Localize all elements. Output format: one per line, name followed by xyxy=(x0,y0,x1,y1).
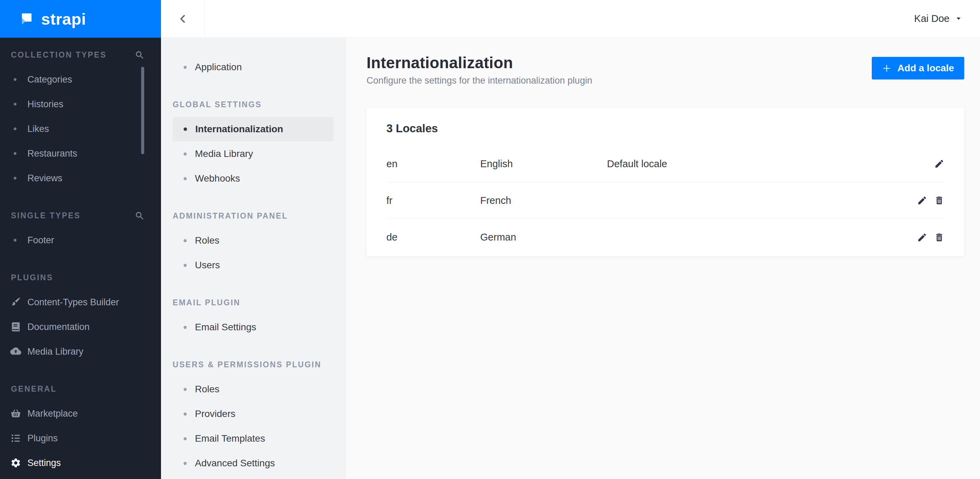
user-name: Kai Doe xyxy=(914,13,950,24)
pencil-icon xyxy=(917,195,927,205)
basket-icon xyxy=(10,408,21,419)
settings-section-email-plugin: EMAIL PLUGIN xyxy=(161,290,346,315)
locale-row-de: de German xyxy=(387,219,944,256)
back-button[interactable] xyxy=(161,0,205,37)
settings-nav-item-up-roles[interactable]: Roles xyxy=(161,377,346,401)
bullet-icon xyxy=(14,177,16,180)
bullet-icon xyxy=(184,437,187,440)
plus-icon xyxy=(882,64,891,73)
bullet-icon xyxy=(14,78,16,81)
edit-locale-button[interactable] xyxy=(934,159,944,169)
sidebar-item-media-library[interactable]: Media Library xyxy=(0,339,161,364)
strapi-logo-icon xyxy=(18,11,34,27)
settings-nav-item-admin-roles[interactable]: Roles xyxy=(161,228,346,253)
edit-locale-button[interactable] xyxy=(917,195,927,205)
sidebar-item-plugins[interactable]: Plugins xyxy=(0,426,161,450)
section-heading-single-types: SINGLE TYPES xyxy=(0,203,161,228)
locale-row-fr: fr French xyxy=(387,182,944,219)
main-sidebar: strapi COLLECTION TYPES Categories Histo… xyxy=(0,0,161,479)
paintbrush-icon xyxy=(10,297,21,308)
locale-row-actions xyxy=(913,159,944,169)
bullet-icon xyxy=(184,264,187,267)
default-locale-label: Default locale xyxy=(607,158,913,170)
sidebar-item-histories[interactable]: Histories xyxy=(0,92,161,116)
pencil-icon xyxy=(934,159,944,169)
locale-name: German xyxy=(480,232,607,243)
settings-section-administration-panel: ADMINISTRATION PANEL xyxy=(161,204,346,228)
caret-down-icon xyxy=(956,16,961,22)
sidebar-scrollbar-thumb[interactable] xyxy=(141,67,144,154)
locale-name: French xyxy=(480,195,607,206)
settings-nav-item-admin-users[interactable]: Users xyxy=(161,253,346,277)
edit-locale-button[interactable] xyxy=(917,232,927,243)
chevron-left-icon xyxy=(178,14,188,24)
delete-locale-button[interactable] xyxy=(934,195,944,205)
locale-row-en: en English Default locale xyxy=(387,146,944,182)
bullet-icon xyxy=(184,239,187,242)
list-icon xyxy=(10,433,21,444)
sidebar-item-reviews[interactable]: Reviews xyxy=(0,166,161,191)
gear-icon xyxy=(10,457,21,468)
settings-section-users-permissions-plugin: USERS & PERMISSIONS PLUGIN xyxy=(161,352,346,377)
bullet-icon xyxy=(184,153,187,156)
locales-card: 3 Locales en English Default locale fr F… xyxy=(366,108,964,256)
bullet-icon xyxy=(14,239,16,242)
top-header: Kai Doe xyxy=(161,0,980,38)
sidebar-item-likes[interactable]: Likes xyxy=(0,116,161,141)
settings-nav-item-advanced-settings[interactable]: Advanced Settings xyxy=(161,451,346,476)
locale-row-actions xyxy=(913,232,944,243)
locale-code: en xyxy=(387,158,480,170)
cloud-upload-icon xyxy=(10,346,21,357)
strapi-logo[interactable]: strapi xyxy=(0,0,161,38)
section-heading-plugins: PLUGINS xyxy=(0,265,161,290)
page-head: Internationalization Configure the setti… xyxy=(346,38,980,86)
bullet-icon xyxy=(184,127,187,131)
settings-nav-item-application[interactable]: Application xyxy=(161,55,346,80)
section-heading-collection-types: COLLECTION TYPES xyxy=(0,43,161,67)
trash-icon xyxy=(934,232,944,243)
sidebar-item-restaurants[interactable]: Restaurants xyxy=(0,141,161,166)
pencil-icon xyxy=(917,232,927,243)
bullet-icon xyxy=(184,326,187,329)
bullet-icon xyxy=(184,177,187,180)
settings-section-global-settings: GLOBAL SETTINGS xyxy=(161,92,346,117)
bullet-icon xyxy=(14,152,16,155)
bullet-icon xyxy=(14,127,16,130)
settings-nav-item-email-templates[interactable]: Email Templates xyxy=(161,426,346,451)
sidebar-item-content-types-builder[interactable]: Content-Types Builder xyxy=(0,290,161,315)
locales-card-heading: 3 Locales xyxy=(366,108,964,146)
settings-nav-item-providers[interactable]: Providers xyxy=(161,401,346,426)
settings-nav-item-email-settings[interactable]: Email Settings xyxy=(161,315,346,339)
book-icon xyxy=(10,321,21,333)
locale-code: de xyxy=(387,232,480,243)
locale-code: fr xyxy=(387,195,480,206)
bullet-icon xyxy=(184,412,187,415)
bullet-icon xyxy=(184,66,187,69)
add-locale-button[interactable]: Add a locale xyxy=(872,57,964,80)
settings-nav-item-media-library[interactable]: Media Library xyxy=(161,142,346,166)
sidebar-item-documentation[interactable]: Documentation xyxy=(0,315,161,339)
settings-nav: Application GLOBAL SETTINGS Internationa… xyxy=(161,38,346,479)
user-menu[interactable]: Kai Doe xyxy=(914,13,980,24)
sidebar-item-categories[interactable]: Categories xyxy=(0,67,161,92)
locale-row-actions xyxy=(913,195,944,205)
bullet-icon xyxy=(184,462,187,465)
sidebar-item-marketplace[interactable]: Marketplace xyxy=(0,401,161,426)
main-content: Internationalization Configure the setti… xyxy=(346,38,980,479)
search-icon[interactable] xyxy=(135,211,144,220)
main-nav: COLLECTION TYPES Categories Histories Li… xyxy=(0,38,161,475)
delete-locale-button[interactable] xyxy=(934,232,944,243)
bullet-icon xyxy=(184,388,187,391)
settings-nav-item-webhooks[interactable]: Webhooks xyxy=(161,166,346,191)
search-icon[interactable] xyxy=(135,50,144,59)
sidebar-item-footer[interactable]: Footer xyxy=(0,228,161,253)
brand-name: strapi xyxy=(41,10,86,29)
settings-nav-item-internationalization[interactable]: Internationalization xyxy=(173,117,334,142)
locale-name: English xyxy=(480,158,607,170)
bullet-icon xyxy=(14,103,16,105)
trash-icon xyxy=(934,195,944,205)
sidebar-item-settings[interactable]: Settings xyxy=(0,450,161,475)
section-heading-general: GENERAL xyxy=(0,377,161,401)
